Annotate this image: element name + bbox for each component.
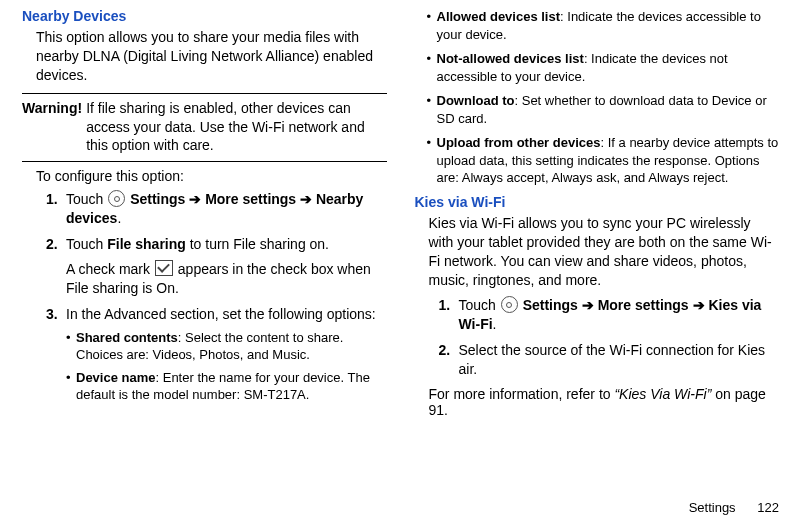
step-3: 3. In the Advanced section, set the foll… bbox=[46, 305, 387, 404]
warning-text: If file sharing is enabled, other device… bbox=[86, 99, 386, 156]
numbered-steps: 1. Touch Settings ➔ More settings ➔ Near… bbox=[46, 190, 387, 404]
ref-a: For more information, refer to bbox=[429, 386, 615, 402]
page-container: Nearby Devices This option allows you to… bbox=[0, 0, 801, 418]
opt-not-allowed: Not-allowed devices list: Indicate the d… bbox=[415, 50, 780, 85]
configure-intro: To configure this option: bbox=[36, 168, 387, 184]
step-2: 2. Touch File sharing to turn File shari… bbox=[46, 235, 387, 298]
opt-label: Allowed devices list bbox=[437, 9, 561, 24]
step-1: 1. Touch Settings ➔ More settings ➔ Near… bbox=[46, 190, 387, 228]
warning-label: Warning! bbox=[22, 99, 82, 156]
kies-steps: 1. Touch Settings ➔ More settings ➔ Kies… bbox=[439, 296, 780, 379]
kies-step-1: 1. Touch Settings ➔ More settings ➔ Kies… bbox=[439, 296, 780, 334]
opt-label: Shared contents bbox=[76, 330, 178, 345]
file-sharing-bold: File sharing bbox=[107, 236, 186, 252]
kies-body: Kies via Wi-Fi allows you to sync your P… bbox=[429, 214, 780, 290]
opt-label: Device name bbox=[76, 370, 156, 385]
step-text: Touch bbox=[66, 236, 107, 252]
footer-section: Settings bbox=[689, 500, 736, 515]
left-column: Nearby Devices This option allows you to… bbox=[22, 8, 387, 418]
step-number: 2. bbox=[439, 341, 451, 360]
step-text: In the Advanced section, set the followi… bbox=[66, 306, 376, 322]
opt-upload: Upload from other devices: If a nearby d… bbox=[415, 134, 780, 187]
heading-kies: Kies via Wi-Fi bbox=[415, 194, 780, 210]
checkmark-note: A check mark appears in the check box wh… bbox=[66, 260, 387, 298]
step-number: 1. bbox=[439, 296, 451, 315]
sub-shared-contents: Shared contents: Select the content to s… bbox=[66, 329, 387, 364]
settings-icon bbox=[501, 296, 518, 313]
right-column: Allowed devices list: Indicate the devic… bbox=[415, 8, 780, 418]
step-text: Touch bbox=[459, 297, 500, 313]
sub-device-name: Device name: Enter the name for your dev… bbox=[66, 369, 387, 404]
settings-icon bbox=[108, 190, 125, 207]
warning-block: Warning! If file sharing is enabled, oth… bbox=[22, 99, 387, 156]
kies-step-2: 2. Select the source of the Wi-Fi connec… bbox=[439, 341, 780, 379]
step-number: 2. bbox=[46, 235, 58, 254]
heading-nearby-devices: Nearby Devices bbox=[22, 8, 387, 24]
ref-quote: “Kies Via Wi-Fi” bbox=[614, 386, 711, 402]
divider bbox=[22, 93, 387, 94]
nearby-intro: This option allows you to share your med… bbox=[36, 28, 387, 85]
page-footer: Settings 122 bbox=[689, 500, 779, 515]
step-text: to turn File sharing on. bbox=[186, 236, 329, 252]
step-text: Touch bbox=[66, 191, 107, 207]
step-number: 3. bbox=[46, 305, 58, 324]
step-text: Select the source of the Wi-Fi connectio… bbox=[459, 342, 766, 377]
step-punct: . bbox=[493, 316, 497, 332]
opt-label: Download to bbox=[437, 93, 515, 108]
cross-reference: For more information, refer to “Kies Via… bbox=[429, 386, 780, 418]
checkmark-note-a: A check mark bbox=[66, 261, 154, 277]
opt-download-to: Download to: Set whether to download dat… bbox=[415, 92, 780, 127]
opt-allowed: Allowed devices list: Indicate the devic… bbox=[415, 8, 780, 43]
sub-options: Shared contents: Select the content to s… bbox=[66, 329, 387, 404]
continued-options: Allowed devices list: Indicate the devic… bbox=[415, 8, 780, 187]
divider bbox=[22, 161, 387, 162]
opt-label: Not-allowed devices list bbox=[437, 51, 584, 66]
step-number: 1. bbox=[46, 190, 58, 209]
footer-page: 122 bbox=[757, 500, 779, 515]
checkbox-checked-icon bbox=[155, 260, 173, 276]
opt-label: Upload from other devices bbox=[437, 135, 601, 150]
step-punct: . bbox=[117, 210, 121, 226]
